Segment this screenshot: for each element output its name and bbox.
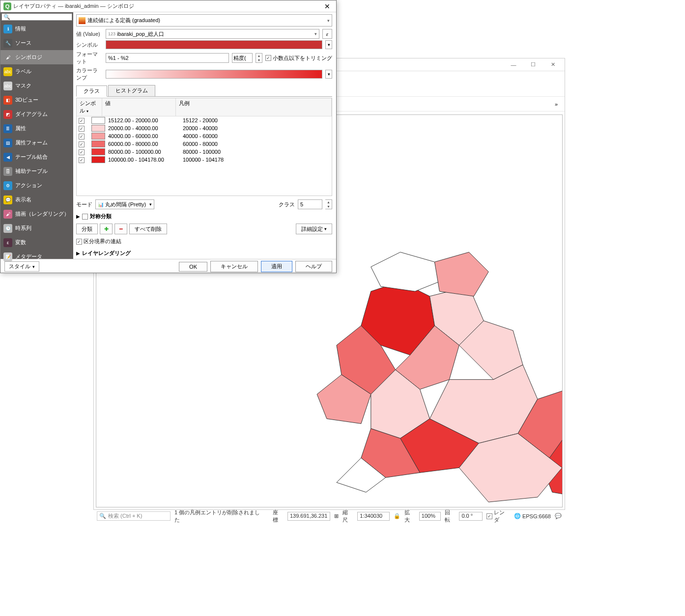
checkbox-icon[interactable]: ✓ bbox=[79, 141, 85, 147]
sidebar-item-7[interactable]: ≣属性 bbox=[0, 121, 73, 136]
layer-rendering-section[interactable]: ▶ レイヤレンダリング bbox=[76, 250, 332, 257]
class-legend[interactable]: 100000 - 104178 bbox=[183, 157, 330, 163]
spin-down-icon[interactable]: ▼ bbox=[325, 204, 332, 209]
color-ramp-button[interactable] bbox=[106, 70, 322, 79]
class-row[interactable]: ✓ 100000.00 - 104178.00 100000 - 104178 bbox=[77, 156, 332, 164]
format-input[interactable] bbox=[106, 53, 229, 63]
sidebar-item-9[interactable]: ◀テーブル結合 bbox=[0, 150, 73, 164]
class-swatch[interactable] bbox=[91, 148, 105, 155]
sidebar-item-14[interactable]: 🕒時系列 bbox=[0, 221, 73, 235]
advanced-button[interactable]: 詳細設定 ▾ bbox=[296, 224, 332, 234]
symbol-preview[interactable] bbox=[106, 40, 322, 49]
class-row[interactable]: ✓ 40000.00 - 60000.00 40000 - 60000 bbox=[77, 132, 332, 140]
chevron-down-icon: ▾ bbox=[149, 202, 152, 207]
window-maximize-button[interactable]: ☐ bbox=[523, 59, 543, 70]
style-menu-button[interactable]: スタイル▾ bbox=[4, 261, 39, 272]
class-legend[interactable]: 40000 - 60000 bbox=[183, 133, 330, 139]
checkbox-icon[interactable]: ✓ bbox=[79, 157, 85, 163]
ok-button[interactable]: OK bbox=[179, 262, 207, 272]
sidebar-item-8[interactable]: ▤属性フォーム bbox=[0, 136, 73, 150]
sidebar-item-0[interactable]: ℹ情報 bbox=[0, 22, 73, 36]
class-value[interactable]: 20000.00 - 40000.00 bbox=[108, 125, 183, 131]
symmetric-section[interactable]: ▶ 対称分類 bbox=[76, 213, 332, 220]
precision-spinner[interactable]: ▲ ▼ bbox=[256, 53, 262, 63]
remove-class-button[interactable]: ━ bbox=[114, 224, 127, 234]
tab-histogram[interactable]: ヒストグラム bbox=[108, 85, 155, 96]
window-minimize-button[interactable]: — bbox=[504, 59, 523, 70]
dialog-close-button[interactable]: ✕ bbox=[321, 2, 333, 10]
value-field-combo[interactable]: 123 ibaraki_pop_総人口 ▾ bbox=[106, 29, 319, 39]
window-close-button[interactable]: ✕ bbox=[543, 59, 563, 70]
scale-input[interactable]: 1:340030 bbox=[357, 512, 390, 521]
trim-checkbox[interactable]: ✓ 小数点以下をトリミング bbox=[265, 55, 332, 62]
class-swatch[interactable] bbox=[91, 140, 105, 147]
spin-up-icon[interactable]: ▲ bbox=[256, 54, 262, 58]
toolbar-overflow-icon[interactable]: » bbox=[551, 99, 562, 110]
col-value[interactable]: 値 bbox=[102, 98, 176, 116]
expression-button[interactable]: ε bbox=[322, 29, 332, 39]
lock-icon[interactable]: 🔒 bbox=[394, 513, 400, 519]
checkbox-icon[interactable]: ✓ bbox=[79, 149, 85, 155]
sidebar-item-13[interactable]: 🖌描画（レンダリング） bbox=[0, 207, 73, 221]
symbol-menu-button[interactable]: ▾ bbox=[325, 40, 332, 49]
extent-icon[interactable]: ⊞ bbox=[334, 513, 339, 519]
cancel-button[interactable]: キャンセル bbox=[210, 261, 258, 272]
class-legend[interactable]: 80000 - 100000 bbox=[183, 149, 330, 155]
sidebar-item-1[interactable]: 🔧ソース bbox=[0, 36, 73, 50]
class-swatch[interactable] bbox=[91, 133, 105, 140]
class-count-spinner[interactable]: ▲ ▼ bbox=[325, 199, 332, 209]
classify-button[interactable]: 分類 bbox=[76, 224, 98, 234]
sidebar-item-10[interactable]: 🗄補助テーブル bbox=[0, 164, 73, 178]
checkbox-icon[interactable]: ✓ bbox=[79, 126, 85, 132]
link-boundaries-checkbox[interactable]: ✓ 区分境界の連結 bbox=[76, 238, 332, 245]
dialog-title: レイヤプロパティ — ibaraki_admin — シンボロジ bbox=[13, 2, 321, 10]
col-legend[interactable]: 凡例 bbox=[176, 98, 332, 116]
sidebar-item-6[interactable]: ◩ダイアグラム bbox=[0, 107, 73, 121]
sidebar-item-15[interactable]: ε変数 bbox=[0, 235, 73, 250]
checkbox-icon[interactable]: ✓ bbox=[79, 134, 85, 140]
mag-input[interactable]: 100% bbox=[419, 512, 441, 521]
class-value[interactable]: 100000.00 - 104178.00 bbox=[108, 157, 183, 163]
class-value[interactable]: 15122.00 - 20000.00 bbox=[108, 117, 183, 123]
apply-button[interactable]: 適用 bbox=[261, 261, 292, 272]
render-toggle[interactable]: ✓レンダ bbox=[486, 509, 510, 524]
coord-input[interactable]: 139.691,36.231 bbox=[287, 512, 331, 521]
class-swatch[interactable] bbox=[91, 125, 105, 132]
crs-button[interactable]: 🌐EPSG:6668 bbox=[514, 513, 551, 519]
sidebar-item-2[interactable]: 🖌シンボロジ bbox=[0, 50, 73, 64]
class-row[interactable]: ✓ 80000.00 - 100000.00 80000 - 100000 bbox=[77, 148, 332, 156]
class-swatch[interactable] bbox=[91, 117, 105, 124]
delete-all-button[interactable]: すべて削除 bbox=[129, 224, 167, 234]
class-legend[interactable]: 20000 - 40000 bbox=[183, 125, 330, 131]
rot-input[interactable]: 0.0 ° bbox=[459, 512, 483, 521]
spin-up-icon[interactable]: ▲ bbox=[325, 200, 332, 204]
sidebar-item-5[interactable]: ◧3Dビュー bbox=[0, 93, 73, 107]
spin-down-icon[interactable]: ▼ bbox=[256, 58, 262, 62]
class-swatch[interactable] bbox=[91, 156, 105, 163]
class-legend[interactable]: 15122 - 20000 bbox=[183, 117, 330, 123]
add-class-button[interactable]: ✚ bbox=[100, 224, 113, 234]
class-value[interactable]: 40000.00 - 60000.00 bbox=[108, 133, 183, 139]
mode-combo[interactable]: 📊 丸め間隔 (Pretty) ▾ bbox=[95, 199, 154, 209]
class-legend[interactable]: 60000 - 80000 bbox=[183, 141, 330, 147]
sidebar-item-11[interactable]: ⚙アクション bbox=[0, 178, 73, 193]
locator-search[interactable]: 🔍 検索 (Ctrl + K) bbox=[97, 511, 171, 521]
tab-classes[interactable]: クラス bbox=[76, 85, 107, 97]
class-value[interactable]: 60000.00 - 80000.00 bbox=[108, 141, 183, 147]
col-symbol[interactable]: シンボル ▾ bbox=[77, 98, 102, 116]
sidebar-item-4[interactable]: abcマスク bbox=[0, 79, 73, 93]
class-row[interactable]: ✓ 15122.00 - 20000.00 15122 - 20000 bbox=[77, 116, 332, 124]
checkbox-icon[interactable]: ✓ bbox=[79, 118, 85, 124]
class-row[interactable]: ✓ 20000.00 - 40000.00 20000 - 40000 bbox=[77, 124, 332, 132]
class-value[interactable]: 80000.00 - 100000.00 bbox=[108, 149, 183, 155]
ramp-menu-button[interactable]: ▾ bbox=[325, 70, 332, 79]
messages-icon[interactable]: 💬 bbox=[555, 513, 562, 519]
class-count-input[interactable]: 5 bbox=[298, 199, 322, 209]
help-button[interactable]: ヘルプ bbox=[295, 261, 332, 272]
sidebar-item-3[interactable]: abcラベル bbox=[0, 64, 73, 79]
renderer-type-combo[interactable]: 連続値による定義 (graduated) ▾ bbox=[76, 14, 332, 27]
class-row[interactable]: ✓ 60000.00 - 80000.00 60000 - 80000 bbox=[77, 140, 332, 148]
sidebar-search[interactable]: 🔍 bbox=[1, 13, 72, 21]
sidebar-item-12[interactable]: 💬表示名 bbox=[0, 193, 73, 207]
dialog-titlebar[interactable]: Q レイヤプロパティ — ibaraki_admin — シンボロジ ✕ bbox=[0, 0, 336, 12]
